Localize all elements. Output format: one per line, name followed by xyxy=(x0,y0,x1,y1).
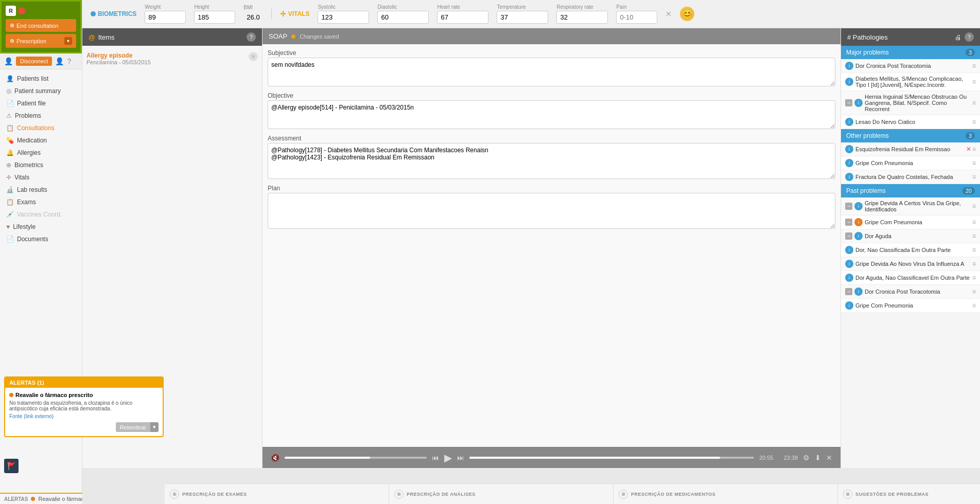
audio-forward-button[interactable]: ⏭ xyxy=(457,454,464,462)
clear-pain-button[interactable]: ✕ xyxy=(666,10,672,18)
audio-timeline[interactable] xyxy=(469,457,754,459)
sidebar-item-allergies[interactable]: 🔔 Allergies xyxy=(0,147,82,159)
sidebar-item-problems[interactable]: ⚠ Problems xyxy=(0,110,82,122)
audio-close-icon[interactable]: ✕ xyxy=(826,454,832,462)
path-menu-button[interactable]: ≡ xyxy=(972,99,976,106)
info-icon[interactable]: i xyxy=(854,232,863,240)
info-icon[interactable]: i xyxy=(854,287,863,296)
items-help-button[interactable]: ? xyxy=(247,32,256,42)
info-icon[interactable]: i xyxy=(845,145,853,153)
audio-vol-icon[interactable]: 🔇 xyxy=(271,454,279,462)
info-icon[interactable]: i xyxy=(845,260,853,268)
sidebar-item-patient-file[interactable]: 📄 Patient file xyxy=(0,97,82,110)
bottom-circle-exams[interactable]: ⊕ xyxy=(170,490,179,499)
sidebar-item-lab-results[interactable]: 🔬 Lab results xyxy=(0,184,82,196)
info-icon[interactable]: i xyxy=(854,218,863,226)
path-menu-button[interactable]: ≡ xyxy=(972,62,976,69)
prescription-arrow[interactable]: ▾ xyxy=(64,37,72,45)
minus-button[interactable]: − xyxy=(845,232,852,240)
path-name: Dor Aguda xyxy=(865,233,970,239)
path-item: i Dor Aguda, Nao Classificavel Em Outra … xyxy=(841,271,980,285)
bottom-section-medications: ⊕ PRESCRIÇÃO DE MEDICAMENTOS xyxy=(614,484,838,504)
path-menu-button[interactable]: ≡ xyxy=(972,302,976,309)
audio-progress-bar[interactable] xyxy=(285,457,427,459)
flag-button[interactable]: 🚩 xyxy=(4,459,19,473)
height-input[interactable] xyxy=(194,11,235,24)
audio-download-icon[interactable]: ⬇ xyxy=(815,454,821,462)
alert-link[interactable]: Fonte (link externo) xyxy=(9,413,159,419)
pathologies-print-icon[interactable]: 🖨 xyxy=(955,33,961,41)
minus-button[interactable]: − xyxy=(845,288,852,295)
sidebar-item-patients-list[interactable]: 👤 Patients list xyxy=(0,73,82,85)
path-menu-button[interactable]: ≡ xyxy=(972,159,976,167)
sidebar-item-lifestyle[interactable]: ♥ Lifestyle xyxy=(0,221,82,233)
pathologies-help-button[interactable]: ? xyxy=(965,32,974,42)
path-menu-button[interactable]: ≡ xyxy=(972,173,976,181)
sidebar-item-exams[interactable]: 📋 Exams xyxy=(0,196,82,208)
info-icon[interactable]: i xyxy=(845,301,853,310)
path-menu-button[interactable]: ≡ xyxy=(972,203,976,210)
pain-smiley[interactable]: 😊 xyxy=(680,7,694,21)
path-menu-button[interactable]: ≡ xyxy=(972,118,976,125)
audio-settings-icon[interactable]: ⚙ xyxy=(803,454,810,462)
path-menu-button[interactable]: ≡ xyxy=(972,288,976,295)
info-icon[interactable]: i xyxy=(854,202,863,210)
allergies-icon: 🔔 xyxy=(6,149,14,156)
info-icon[interactable]: i xyxy=(845,246,853,254)
info-icon[interactable]: i xyxy=(845,78,853,86)
nav-label: Biometrics xyxy=(14,161,43,169)
info-icon[interactable]: i xyxy=(845,118,853,126)
audio-play-button[interactable]: ▶ xyxy=(444,452,452,464)
path-menu-button[interactable]: ≡ xyxy=(972,246,976,254)
info-icon[interactable]: i xyxy=(845,173,853,181)
path-menu-button[interactable]: ≡ xyxy=(972,260,976,267)
bottom-circle-medications[interactable]: ⊕ xyxy=(619,490,628,499)
help-icon[interactable]: ? xyxy=(67,57,71,65)
info-icon[interactable]: i xyxy=(854,99,863,107)
sidebar-item-biometrics[interactable]: ⊕ Biometrics xyxy=(0,159,82,171)
minus-button[interactable]: − xyxy=(845,99,852,106)
bottom-circle-suggestions[interactable]: ⊕ xyxy=(843,490,852,499)
temperature-input[interactable] xyxy=(497,11,548,24)
systolic-input[interactable] xyxy=(318,11,369,24)
alert-dot xyxy=(9,393,13,397)
sidebar-item-patient-summary[interactable]: ◎ Patient summary xyxy=(0,85,82,97)
pain-input[interactable] xyxy=(616,11,657,24)
remember-arrow-button[interactable]: ▾ xyxy=(150,422,159,432)
soap-subjective-textarea[interactable]: sem novifdades xyxy=(268,58,835,86)
soap-objective-textarea[interactable]: @Allergy episode[514] - Penicilamina - 0… xyxy=(268,100,835,129)
end-consultation-button[interactable]: ⊕ End consultation xyxy=(6,19,76,32)
path-name: Diabetes Mellitus, S/Mencao Complicacao,… xyxy=(855,76,970,88)
respiratory-input[interactable] xyxy=(556,11,608,24)
info-icon[interactable]: i xyxy=(845,159,853,167)
prescription-button[interactable]: ⊕ Prescription ▾ xyxy=(6,34,76,48)
sidebar-item-vaccines[interactable]: 💉 Vaccines Coord. xyxy=(0,208,82,221)
heart-rate-input[interactable] xyxy=(437,11,488,24)
path-menu-button[interactable]: ≡ xyxy=(972,232,976,240)
sidebar-item-documents[interactable]: 📄 Documents xyxy=(0,233,82,245)
soap-assessment-textarea[interactable]: @Pathology[1278] - Diabetes Mellitus Sec… xyxy=(268,143,835,179)
path-menu-button[interactable]: ≡ xyxy=(972,78,976,85)
path-delete-button[interactable]: ✕ xyxy=(966,146,971,153)
item-name[interactable]: Allergy episode xyxy=(86,52,151,59)
soap-plan-textarea[interactable] xyxy=(268,193,835,229)
audio-rewind-button[interactable]: ⏮ xyxy=(432,454,439,462)
weight-input[interactable] xyxy=(145,11,186,24)
path-item: i Fractura De Quatro Costelas, Fechada ≡ xyxy=(841,170,980,184)
sidebar-item-consultations[interactable]: 📋 Consultations xyxy=(0,122,82,134)
diastolic-input[interactable] xyxy=(377,11,429,24)
path-menu-button[interactable]: ≡ xyxy=(972,219,976,226)
path-menu-button[interactable]: ≡ xyxy=(972,274,976,281)
bottom-circle-analyses[interactable]: ⊕ xyxy=(394,490,404,499)
minus-button[interactable]: − xyxy=(845,203,852,210)
item-close-button[interactable]: × xyxy=(249,52,258,61)
info-icon[interactable]: i xyxy=(845,274,853,282)
path-menu-button[interactable]: ≡ xyxy=(972,146,976,153)
disconnect-button[interactable]: Disconnect xyxy=(16,57,52,66)
remember-button[interactable]: Relembrar xyxy=(116,422,150,432)
sidebar-item-vitals[interactable]: ✛ Vitals xyxy=(0,171,82,184)
minus-button[interactable]: − xyxy=(845,219,852,226)
temperature-field: Temperature xyxy=(497,4,548,24)
info-icon[interactable]: i xyxy=(845,62,853,70)
sidebar-item-medication[interactable]: 💊 Medication xyxy=(0,134,82,147)
